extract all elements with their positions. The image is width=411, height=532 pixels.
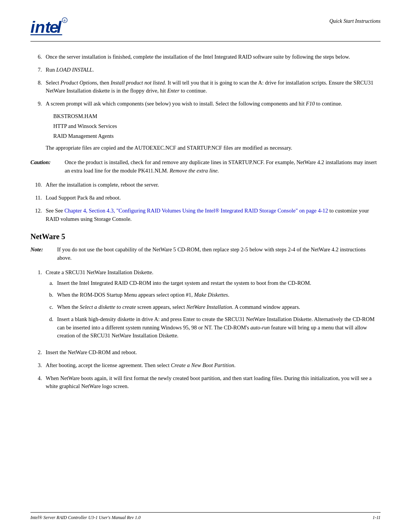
sub-letter-c: c. — [46, 303, 57, 312]
list-num-12: 12. — [30, 207, 46, 224]
nw5-list-num-1: 1. — [30, 268, 46, 344]
page-header: int e l ® Quick Start Instructions — [30, 15, 381, 42]
caution-label: Caution: — [30, 158, 65, 175]
list-item-8: 8. Select Product Options, then Install … — [30, 79, 381, 96]
list-content-7: Run LOAD INSTALL. — [46, 66, 381, 74]
svg-text:l: l — [57, 18, 62, 36]
list-content-12: See See Chapter 4, Section 4.3, "Configu… — [46, 207, 381, 224]
note-content: If you do not use the boot capability of… — [57, 246, 381, 262]
footer-right: 1-11 — [373, 515, 381, 521]
list-item-12: 12. See See Chapter 4, Section 4.3, "Con… — [30, 207, 381, 224]
main-list-first: 6. Once the server installation is finis… — [30, 53, 381, 152]
sub-letter-b: b. — [46, 291, 57, 299]
list-item-10: 10. After the installation is complete, … — [30, 181, 381, 189]
nw5-sub-item-d: d. Insert a blank high-density diskette … — [46, 315, 381, 340]
list-content-11: Load Support Pack 8a and reboot. — [46, 194, 381, 202]
chapter4-link[interactable]: Chapter 4, Section 4.3, "Configuring RAI… — [64, 208, 328, 214]
list-num-9: 9. — [30, 100, 46, 152]
components-note: The appropriate files are copied and the… — [46, 144, 381, 152]
list-num-6: 6. — [30, 53, 46, 61]
svg-text:®: ® — [64, 19, 66, 22]
nw5-list-item-3: 3. After booting, accept the license agr… — [30, 361, 381, 370]
note-block: Note: If you do not use the boot capabil… — [30, 246, 381, 262]
list-num-10: 10. — [30, 181, 46, 189]
make-diskettes-text: Make Diskettes — [194, 292, 228, 298]
nw5-list-content-3: After booting, accept the license agreem… — [46, 361, 381, 370]
list-num-8: 8. — [30, 79, 46, 96]
intel-logo-svg: int e l ® — [30, 15, 68, 38]
install-not-listed-text: Install product not listed — [111, 80, 165, 86]
nw5-list-num-3: 3. — [30, 361, 46, 370]
list-num-7: 7. — [30, 66, 46, 74]
sub-letter-d: d. — [46, 315, 57, 340]
nw5-sub-list-1: a. Insert the Intel Integrated RAID CD-R… — [46, 279, 381, 340]
nw5-list-content-1: Create a SRCU31 NetWare Installation Dis… — [46, 268, 381, 344]
nw5-list-item-4: 4. When NetWare boots again, it will fir… — [30, 374, 381, 391]
nw5-list-content-2: Insert the NetWare CD-ROM and reboot. — [46, 348, 381, 357]
list-item-9: 9. A screen prompt will ask which compon… — [30, 100, 381, 152]
list-item-7: 7. Run LOAD INSTALL. — [30, 66, 381, 74]
page-footer: Intel® Server RAID Controller U3-1 User'… — [30, 512, 381, 521]
list-content-6: Once the server installation is finished… — [46, 53, 381, 61]
footer-left: Intel® Server RAID Controller U3-1 User'… — [30, 515, 141, 521]
page-title: Quick Start Instructions — [329, 15, 381, 24]
sub-content-c: When the Select a diskette to create scr… — [57, 303, 381, 312]
logo-area: int e l ® — [30, 15, 68, 38]
nw5-list-item-1: 1. Create a SRCU31 NetWare Installation … — [30, 268, 381, 344]
sub-letter-a: a. — [46, 279, 57, 288]
note-label: Note: — [30, 246, 57, 262]
svg-text:int: int — [30, 18, 51, 36]
nw5-sub-item-a: a. Insert the Intel Integrated RAID CD-R… — [46, 279, 381, 288]
nw5-sub-item-c: c. When the Select a diskette to create … — [46, 303, 381, 312]
netware-installation-text: NetWare Installation — [186, 304, 232, 310]
list-item-11: 11. Load Support Pack 8a and reboot. — [30, 194, 381, 202]
list-content-8: Select Product Options, then Install pro… — [46, 79, 381, 96]
list-content-10: After the installation is complete, rebo… — [46, 181, 381, 189]
nw5-list-content-4: When NetWare boots again, it will first … — [46, 374, 381, 391]
sub-content-d: Insert a blank high-density diskette in … — [57, 315, 381, 340]
sub-content-b: When the ROM-DOS Startup Menu appears se… — [57, 291, 381, 299]
create-boot-partition-text: Create a New Boot Partition — [171, 362, 234, 368]
netware5-heading: NetWare 5 — [30, 232, 381, 241]
select-diskette-text: Select a diskette to create — [80, 304, 136, 310]
sub-content-a: Insert the Intel Integrated RAID CD-ROM … — [57, 279, 381, 288]
enter-text: Enter — [167, 88, 179, 94]
caution-content: Once the product is installed, check for… — [65, 158, 381, 175]
page-container: int e l ® Quick Start Instructions 6. On… — [0, 0, 411, 532]
nw5-sub-item-b: b. When the ROM-DOS Startup Menu appears… — [46, 291, 381, 299]
load-install-text: LOAD INSTALL — [56, 67, 92, 73]
caution-block: Caution: Once the product is installed, … — [30, 158, 381, 175]
remove-extra-line-text: Remove the extra line. — [170, 168, 219, 174]
nw5-list-item-2: 2. Insert the NetWare CD-ROM and reboot. — [30, 348, 381, 357]
auto-run-text: auto-run — [250, 324, 270, 331]
product-options-text: Product Options — [61, 80, 97, 86]
main-list-second: 10. After the installation is complete, … — [30, 181, 381, 223]
list-content-9: A screen prompt will ask which component… — [46, 100, 381, 152]
nw5-list-num-2: 2. — [30, 348, 46, 357]
nw5-list-num-4: 4. — [30, 374, 46, 391]
components-block: BKSTROSM.HAM HTTP and Winsock Services R… — [53, 111, 381, 141]
netware5-list: 1. Create a SRCU31 NetWare Installation … — [30, 268, 381, 391]
list-num-11: 11. — [30, 194, 46, 202]
list-item-6: 6. Once the server installation is finis… — [30, 53, 381, 61]
f10-text: F10 — [306, 101, 315, 107]
main-content: 6. Once the server installation is finis… — [30, 53, 381, 391]
